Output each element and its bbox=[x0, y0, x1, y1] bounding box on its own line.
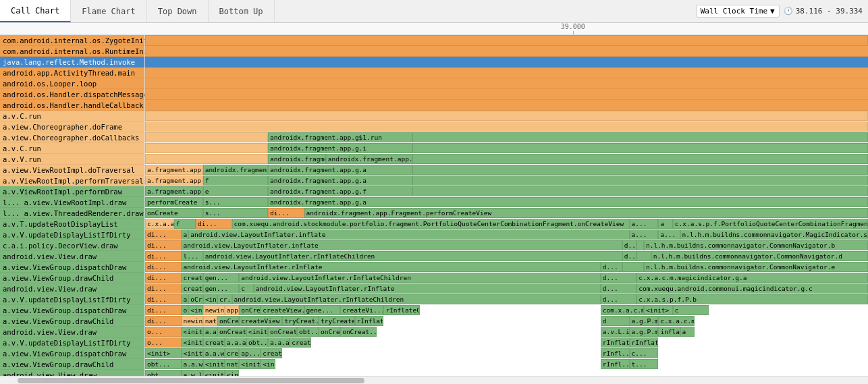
flame-block[interactable]: creat... bbox=[182, 283, 203, 294]
flame-block[interactable]: onCreat... bbox=[319, 327, 340, 337]
flame-block[interactable]: createVi... bbox=[290, 337, 311, 348]
flame-block[interactable]: c.x.a.s.p.f.PortfolioQuoteCenterCombinat… bbox=[673, 219, 868, 229]
flame-block[interactable]: a.w.l.<init> bbox=[182, 370, 203, 376]
flame-block[interactable]: n.l.h.m.buildns.commonnavigator.MagicInd… bbox=[680, 229, 868, 240]
flame-block[interactable]: ap... bbox=[239, 348, 261, 358]
flame-block[interactable] bbox=[412, 186, 868, 196]
flame-block[interactable]: android.view.LayoutInflater.inflate bbox=[182, 240, 622, 250]
flame-block[interactable] bbox=[412, 132, 868, 142]
flame-block[interactable] bbox=[636, 251, 651, 261]
flame-block[interactable]: nati... bbox=[203, 316, 217, 326]
flame-block[interactable] bbox=[145, 100, 868, 111]
list-item[interactable]: a.v.V.updateDisplayListIfDirty bbox=[0, 229, 144, 240]
flame-block[interactable]: obt... bbox=[246, 337, 268, 348]
flame-block[interactable]: f bbox=[174, 219, 196, 229]
flame-block[interactable]: n.l.h.m.buildns.commonnavigator.CommonNa… bbox=[651, 251, 868, 261]
flame-block[interactable]: <init> bbox=[203, 294, 217, 304]
flame-block[interactable]: di... bbox=[145, 294, 182, 304]
list-item[interactable]: a.v.V.run bbox=[0, 154, 144, 165]
flame-block[interactable]: a.v.L.inflate bbox=[601, 327, 630, 337]
flame-block[interactable]: createView bbox=[239, 316, 282, 326]
list-item[interactable]: android.view.View.draw bbox=[0, 283, 144, 294]
flame-block[interactable]: nat... bbox=[225, 359, 239, 369]
flame-block[interactable] bbox=[412, 154, 868, 164]
flame-block[interactable]: android.view.LayoutInflater.rInflateChil… bbox=[203, 251, 622, 261]
flame-block[interactable]: n.l.h.m.buildns.commonnavigator.CommonNa… bbox=[644, 240, 868, 250]
right-panel[interactable]: androidx.fragment.app.g$1.run androidx.f… bbox=[145, 35, 868, 376]
list-item[interactable]: android.os.Handler.handleCallback bbox=[0, 100, 144, 111]
flame-block[interactable]: a bbox=[182, 294, 189, 304]
flame-block[interactable]: di... bbox=[196, 219, 232, 229]
flame-block[interactable]: a... bbox=[630, 219, 659, 229]
flame-block[interactable]: androidx.fragment.app.g.i bbox=[268, 143, 412, 153]
flame-block[interactable] bbox=[145, 143, 268, 153]
flame-block[interactable] bbox=[412, 175, 868, 186]
list-item[interactable]: android.view.View.draw bbox=[0, 370, 144, 376]
flame-block[interactable]: <init> bbox=[644, 305, 673, 315]
flame-block[interactable]: <init> bbox=[182, 348, 203, 358]
flame-block[interactable] bbox=[145, 35, 868, 46]
tab-bottom-up[interactable]: Bottom Up bbox=[209, 0, 275, 22]
list-item[interactable]: java.lang.reflect.Method.invoke bbox=[0, 57, 144, 67]
flame-block[interactable]: com.xuequ.android.stockmodule.portfolio.… bbox=[232, 219, 630, 229]
list-item[interactable]: a.view.ViewGroup.dispatchDraw bbox=[0, 305, 144, 316]
flame-block[interactable]: di... bbox=[145, 251, 182, 261]
flame-block[interactable]: android.view.LayoutInflater.rInflateChil… bbox=[239, 273, 601, 283]
flame-block[interactable]: f bbox=[203, 175, 268, 186]
flame-block[interactable]: a.fragment.app.k.a bbox=[145, 165, 203, 175]
flame-block[interactable] bbox=[145, 132, 268, 142]
list-item[interactable]: a.v.V.updateDisplayListIfDirty bbox=[0, 337, 144, 348]
flame-block[interactable]: <init> bbox=[182, 327, 203, 337]
flame-block[interactable]: onCreat... bbox=[340, 327, 377, 337]
flame-block[interactable] bbox=[412, 165, 868, 175]
flame-block[interactable]: a bbox=[182, 229, 189, 240]
list-item[interactable]: c.a.i.policy.DecorView.draw bbox=[0, 240, 144, 251]
flame-block[interactable]: a.fragment.app.g.a bbox=[145, 186, 203, 196]
flame-block[interactable] bbox=[636, 240, 644, 250]
list-item[interactable]: android.os.Handler.dispatchMessage bbox=[0, 89, 144, 100]
flame-block[interactable]: di... bbox=[145, 316, 182, 326]
flame-block[interactable]: onCreateVi... bbox=[268, 327, 297, 337]
flame-block[interactable]: a.fragment.app.k.a bbox=[145, 175, 203, 186]
flame-block[interactable]: di... bbox=[145, 305, 182, 315]
flame-block[interactable]: tryCreat... bbox=[282, 316, 319, 326]
flame-block[interactable]: a... bbox=[630, 229, 659, 240]
flame-block[interactable]: c.x.a.a.q bbox=[145, 219, 174, 229]
flame-block[interactable]: di... bbox=[145, 273, 182, 283]
flame-block[interactable]: c.x.a.c.m.magicindicator.g.a bbox=[636, 273, 868, 283]
flame-block[interactable]: createl... bbox=[261, 348, 282, 358]
flame-block[interactable]: onCreate bbox=[145, 208, 203, 218]
flame-block[interactable]: o... bbox=[145, 327, 182, 337]
flame-block[interactable]: createView... bbox=[261, 305, 304, 315]
flame-block[interactable]: di... bbox=[145, 229, 182, 240]
flame-block[interactable] bbox=[412, 143, 868, 153]
flame-block[interactable]: l... bbox=[182, 251, 203, 261]
flame-block[interactable]: oCre... bbox=[188, 294, 202, 304]
flame-block[interactable] bbox=[145, 111, 868, 121]
list-item[interactable]: a.view.Choreographer.doCallbacks bbox=[0, 132, 144, 143]
flame-block[interactable]: a.a.a.A.a bbox=[225, 337, 246, 348]
list-item[interactable]: a.view.ViewGroup.drawChild bbox=[0, 359, 144, 370]
flame-block[interactable]: tryCreate... bbox=[319, 316, 355, 326]
flame-block[interactable]: di... bbox=[145, 283, 182, 294]
flame-block[interactable]: a bbox=[658, 219, 672, 229]
flame-block[interactable]: c.x.a.c.m.S.d bbox=[658, 316, 695, 326]
flame-block[interactable]: obt... bbox=[297, 327, 319, 337]
flame-block[interactable]: gen... bbox=[203, 273, 240, 283]
flame-block[interactable]: rInfl... bbox=[601, 348, 630, 358]
flame-block[interactable]: <init> bbox=[188, 305, 202, 315]
flame-block[interactable]: creat... bbox=[182, 273, 203, 283]
list-item[interactable]: a.view.ViewGroup.drawChild bbox=[0, 273, 144, 283]
flame-block[interactable]: obt... bbox=[145, 370, 182, 376]
list-item[interactable]: a.v.C.run bbox=[0, 143, 144, 154]
flame-block[interactable] bbox=[145, 46, 868, 57]
list-item[interactable]: a.view.ViewRootImpl.doTraversal bbox=[0, 165, 144, 175]
flame-block[interactable]: d bbox=[601, 316, 630, 326]
flame-block[interactable]: rInflateC... bbox=[355, 316, 384, 326]
flame-block[interactable]: c.x.a.s.p.f.P.b bbox=[636, 294, 868, 304]
flame-block[interactable]: app... bbox=[225, 305, 239, 315]
flame-block[interactable]: rInflateC... bbox=[601, 337, 630, 348]
flame-block[interactable]: onCreateView bbox=[217, 316, 239, 326]
flame-block[interactable]: newin... bbox=[182, 316, 203, 326]
list-item[interactable]: a.v.T.updateRootDisplayList bbox=[0, 219, 144, 229]
